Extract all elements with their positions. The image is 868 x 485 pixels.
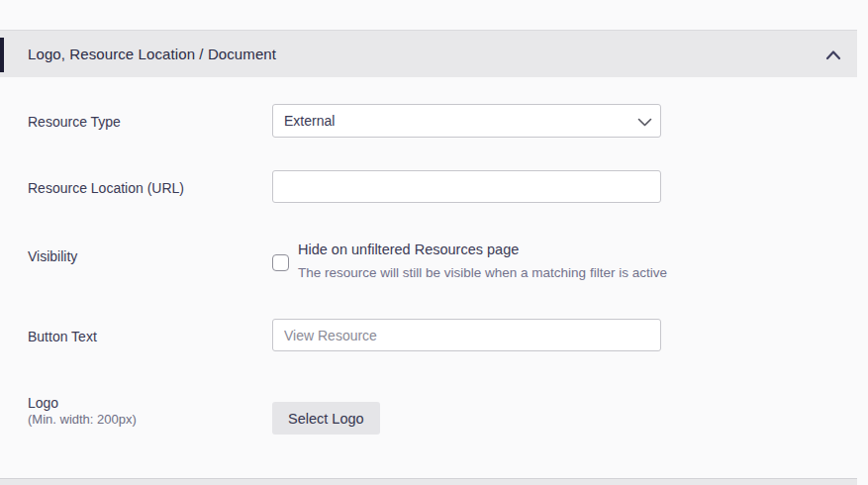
resource-location-input[interactable]: [272, 170, 661, 203]
select-logo-button[interactable]: Select Logo: [272, 402, 380, 435]
button-text-label: Button Text: [28, 329, 97, 345]
resource-type-label: Resource Type: [28, 114, 121, 131]
resource-location-label: Resource Location (URL): [28, 180, 184, 197]
metabox-panel: Logo, Resource Location / Document Resou…: [0, 0, 868, 485]
resource-type-select[interactable]: External: [272, 104, 661, 138]
panel-title: Logo, Resource Location / Document: [28, 31, 276, 77]
visibility-description: The resource will still be visible when …: [298, 264, 667, 281]
visibility-label: Visibility: [28, 248, 77, 265]
next-panel-header-sliver[interactable]: [0, 478, 857, 485]
logo-min-width-hint: (Min. width: 200px): [28, 412, 137, 428]
metabox-header[interactable]: Logo, Resource Location / Document: [0, 30, 857, 77]
hide-on-unfiltered-checkbox[interactable]: [272, 254, 289, 271]
metabox-body: Resource Type External Resource Location…: [0, 77, 857, 478]
accent-bar: [0, 38, 4, 72]
hide-on-unfiltered-checkbox-label[interactable]: Hide on unfiltered Resources page: [298, 241, 519, 258]
chevron-up-icon: [825, 49, 841, 60]
button-text-input[interactable]: [272, 319, 661, 351]
logo-label: Logo: [28, 395, 58, 412]
collapse-toggle-button[interactable]: [823, 45, 843, 64]
